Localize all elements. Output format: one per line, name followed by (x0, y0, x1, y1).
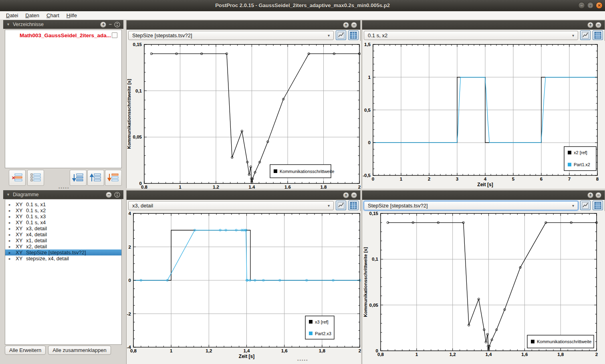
diagram-row[interactable]: ▸XY0.1 s, x1 (5, 201, 121, 207)
tree-expand-icon[interactable]: ▸ (5, 257, 11, 261)
svg-text:-4: -4 (127, 345, 131, 350)
chart-view-button[interactable] (336, 201, 346, 210)
add-chart-button[interactable]: + (343, 192, 349, 198)
dropdown-arrow-icon: ▾ (572, 203, 574, 208)
add-chart-button[interactable]: + (343, 22, 349, 28)
directory-checkbox[interactable] (112, 32, 117, 38)
chart-panel-header: + − (362, 191, 605, 200)
remove-chart-button[interactable]: − (351, 192, 357, 198)
menu-datei[interactable]: Datei (2, 12, 22, 19)
tree-expand-icon[interactable]: ▸ (5, 203, 11, 207)
svg-text:0: 0 (372, 177, 374, 181)
plot-x3[interactable]: 0,811,21,41,61,82-4-2024Zeit [s]x3 [ref]… (127, 211, 361, 364)
svg-text:✕: ✕ (12, 175, 15, 180)
panel-detach-button[interactable] (114, 192, 120, 198)
diagram-type: XY (11, 237, 26, 243)
svg-text:-0,5: -0,5 (363, 173, 371, 178)
collapse-all-button[interactable]: Alle zusammenklappen (48, 346, 111, 355)
tree-expand-icon[interactable]: ▸ (5, 239, 11, 243)
diagram-row[interactable]: ▸XY0.1 s, x4 (5, 219, 121, 225)
add-chart-button[interactable]: + (587, 22, 593, 28)
tree-expand-icon[interactable]: ▸ (5, 251, 11, 255)
diagram-row[interactable]: ▸XYStepSize [stepstats.tsv?2] (5, 249, 121, 255)
checklist-button[interactable] (27, 170, 44, 186)
remove-chart-button[interactable]: − (351, 22, 357, 28)
tree-expand-icon[interactable]: ▸ (5, 209, 11, 213)
minus-icon: − (597, 22, 600, 28)
add-chart-button[interactable]: + (587, 192, 593, 198)
maximize-button[interactable]: ▢ (587, 2, 594, 9)
plot-x2[interactable]: 012345678-0,500,511,5Zeit [s]x2 [ref]Par… (362, 41, 605, 189)
table-view-button[interactable] (348, 30, 359, 40)
menu-daten[interactable]: Daten (22, 12, 43, 19)
dropdown-arrow-icon: ▾ (572, 33, 574, 38)
collapse-all-tree-button[interactable] (87, 170, 104, 186)
table-view-button[interactable] (593, 201, 603, 210)
collapse-triangle-icon[interactable]: ▼ (6, 22, 10, 26)
remove-all-button[interactable] (105, 170, 122, 186)
diagram-row[interactable]: ▸XYx1, detail (5, 237, 121, 243)
menu-hilfe[interactable]: Hilfe (63, 12, 81, 19)
svg-text:1,8: 1,8 (319, 348, 326, 353)
svg-text:6: 6 (540, 177, 542, 181)
expand-all-tree-button[interactable] (70, 170, 87, 186)
table-view-button[interactable] (348, 201, 359, 210)
svg-text:Kommunikationsschrittweite: Kommunikationsschrittweite (280, 169, 334, 174)
svg-text:1: 1 (368, 75, 371, 80)
tree-expand-icon[interactable]: ▸ (5, 215, 11, 219)
plot-stepsize-top[interactable]: 0,811,21,41,61,8200,050,10,15Kommunikati… (127, 41, 361, 189)
expand-all-button[interactable]: Alle Erweitern (5, 346, 46, 355)
diagrams-panel-title: Diagramme (13, 192, 39, 197)
diagrams-panel: ▼ Diagramme − ▸XY0.1 s, x1 ▸XY0.1 s, x2 … (3, 190, 123, 356)
tree-expand-icon[interactable]: ▸ (5, 227, 11, 231)
remove-directory-button[interactable]: − (109, 22, 112, 27)
add-directory-button[interactable]: + (100, 22, 106, 28)
remove-diagram-button[interactable]: − (106, 192, 112, 198)
diagram-row[interactable]: ▸XYstepsize, x4, detail (5, 255, 121, 261)
diagram-row[interactable]: ▸XYx2, detail (5, 243, 121, 249)
chart-selector-value: 0.1 s, x2 (368, 32, 387, 38)
tree-expand-icon[interactable]: ▸ (5, 233, 11, 237)
diagram-type: XY (11, 225, 26, 231)
remove-chart-button[interactable]: − (595, 192, 601, 198)
diagram-row[interactable]: ▸XY0.1 s, x3 (5, 213, 121, 219)
plot-stepsize-bottom[interactable]: 0,811,21,41,61,8200,050,10,15Kommunikati… (362, 211, 605, 364)
chart-view-button[interactable] (336, 30, 346, 40)
diagram-row[interactable]: ▸XYx4, detail (5, 231, 121, 237)
svg-text:x2 [ref]: x2 [ref] (574, 150, 587, 155)
chart-view-button[interactable] (580, 30, 591, 40)
menu-chart[interactable]: Chart (43, 12, 63, 19)
close-button[interactable]: ✕ (596, 2, 603, 9)
remove-chart-button[interactable]: − (595, 22, 601, 28)
svg-text:2: 2 (428, 177, 430, 181)
chart-selector-dropdown[interactable]: 0.1 s, x2 ▾ (364, 31, 578, 40)
chart-controls: StepSize [stepstats.tsv?2] ▾ (127, 30, 360, 41)
diagram-row[interactable]: ▸XYx3, detail (5, 225, 121, 231)
chart-selector-dropdown[interactable]: StepSize [stepstats.tsv?2] ▾ (364, 201, 578, 210)
diagram-row[interactable]: ▸XY0.1 s, x2 (5, 207, 121, 213)
panel-detach-button[interactable] (114, 22, 120, 28)
titlebar[interactable]: PostProc 2.0.15 - GaussSeidel_2iters_ada… (0, 0, 605, 11)
chart-view-button[interactable] (580, 201, 591, 210)
tree-expand-icon[interactable]: ▸ (5, 245, 11, 249)
directories-list: Math003_GaussSeidel_2iters_ada... (5, 30, 122, 168)
chart-controls: StepSize [stepstats.tsv?2] ▾ (362, 200, 605, 211)
collapse-triangle-icon[interactable]: ▼ (6, 193, 10, 197)
remove-selected-button[interactable]: ✕ (9, 170, 26, 186)
chart-selector-dropdown[interactable]: StepSize [stepstats.tsv?2] ▾ (128, 31, 334, 40)
minus-icon: − (353, 22, 355, 28)
table-view-button[interactable] (593, 30, 603, 40)
sidebar-splitter-handle[interactable]: ••••• (58, 187, 70, 189)
chart-selector-dropdown[interactable]: x3, detail ▾ (128, 201, 334, 210)
window-title: PostProc 2.0.15 - GaussSeidel_2iters_ada… (0, 2, 605, 8)
diagram-type: XY (11, 255, 26, 261)
directory-item[interactable]: Math003_GaussSeidel_2iters_ada... (5, 30, 121, 38)
svg-text:5: 5 (512, 177, 515, 181)
chart-panel-top-left: + − StepSize [stepstats.tsv?2] ▾ 0,81 (126, 20, 361, 188)
svg-text:1,4: 1,4 (486, 352, 492, 357)
chart-splitter-handle[interactable]: ••••• (297, 359, 309, 362)
tree-expand-icon[interactable]: ▸ (5, 221, 11, 225)
svg-text:1,6: 1,6 (521, 352, 528, 357)
minimize-button[interactable]: – (578, 2, 585, 9)
expand-all-icon (72, 173, 84, 183)
